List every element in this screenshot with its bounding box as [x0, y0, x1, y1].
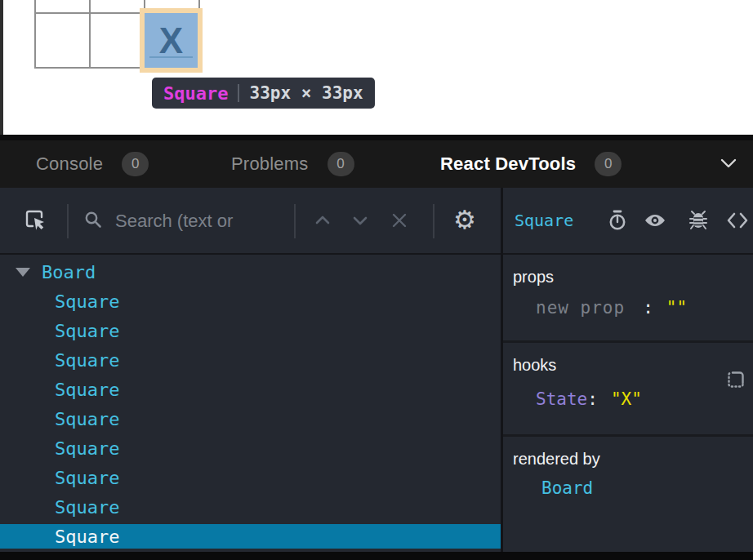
board-cell[interactable]: [91, 0, 145, 14]
chevron-down-icon[interactable]: [350, 211, 370, 230]
prop-row[interactable]: new prop : "": [536, 298, 753, 318]
parse-hook-names-icon[interactable]: [725, 369, 746, 390]
component-label: Board: [42, 262, 96, 282]
inspected-element-panel: props new prop : "" hooks State : "X": [503, 255, 753, 552]
section-title: hooks: [513, 356, 753, 375]
component-label: Square: [55, 497, 119, 518]
code-brackets-icon[interactable]: [725, 209, 748, 232]
inspected-component-name: Square: [515, 211, 573, 230]
hooks-section: hooks State : "X": [503, 356, 753, 437]
hook-row[interactable]: State : "X": [536, 389, 753, 409]
tree-row-square[interactable]: Square: [0, 436, 501, 460]
eye-icon[interactable]: [643, 209, 666, 232]
react-devtools-toolbar: ⚙ Square: [0, 188, 753, 255]
inspect-highlight-border: [149, 56, 193, 58]
inspect-highlight-padding: X: [140, 8, 203, 73]
tooltip-component-name: Square: [163, 83, 228, 104]
prop-key[interactable]: new prop: [536, 298, 625, 318]
gear-icon[interactable]: ⚙: [451, 201, 479, 238]
tab-label: Problems: [231, 153, 309, 175]
browser-page: X Square 33px × 33px: [0, 0, 753, 135]
tree-row-square-selected[interactable]: Square: [0, 524, 501, 549]
section-title: rendered by: [513, 450, 753, 469]
tab-label: Console: [36, 153, 103, 175]
hook-colon: :: [587, 389, 598, 409]
tree-row-square[interactable]: Square: [0, 318, 501, 343]
component-label: Square: [55, 380, 119, 400]
tree-row-board[interactable]: Board: [0, 260, 501, 284]
chevron-down-icon[interactable]: [720, 157, 737, 171]
component-tree: Board Square Square Square Square Square…: [0, 255, 501, 552]
tree-row-square[interactable]: Square: [0, 348, 501, 372]
tab-badge: 0: [595, 152, 622, 176]
toolbar-divider: [433, 204, 434, 238]
chevron-up-icon[interactable]: [313, 211, 332, 230]
window-edge: [0, 0, 3, 135]
tree-row-square[interactable]: Square: [0, 377, 501, 402]
props-section: props new prop : "": [503, 268, 753, 343]
tab-badge: 0: [122, 152, 149, 176]
window-bottom-edge: [0, 552, 753, 560]
expander-triangle-icon[interactable]: [16, 268, 30, 277]
tree-row-square[interactable]: Square: [0, 289, 501, 313]
inspect-element-icon[interactable]: [22, 207, 48, 233]
tab-react-devtools[interactable]: React DevTools 0: [440, 140, 622, 188]
tab-console[interactable]: Console 0: [36, 140, 149, 188]
hook-value[interactable]: "X": [611, 389, 642, 409]
toolbar-divider: [67, 204, 69, 238]
prop-colon: :: [643, 298, 653, 318]
square-cell-value: X: [159, 23, 183, 59]
component-label: Square: [55, 291, 119, 312]
search-icon: [82, 209, 104, 230]
component-label: Square: [55, 438, 119, 459]
bug-icon[interactable]: [687, 209, 710, 232]
devtools-tabbar: Console 0 Problems 0 React DevTools 0: [0, 140, 753, 188]
component-label: Square: [55, 321, 119, 341]
tooltip-dimensions: 33px × 33px: [249, 83, 363, 103]
tab-badge: 0: [327, 152, 354, 176]
search-input[interactable]: [115, 204, 288, 238]
rendered-by-section: rendered by Board: [503, 450, 753, 529]
component-label: Square: [55, 350, 119, 371]
inspect-highlight-content[interactable]: X: [145, 13, 198, 68]
owner-link[interactable]: Board: [541, 478, 753, 498]
board-cell[interactable]: [36, 14, 91, 69]
clear-search-icon[interactable]: [390, 211, 409, 230]
board-cell[interactable]: [36, 0, 91, 14]
tree-row-square[interactable]: Square: [0, 407, 501, 431]
tree-row-square[interactable]: Square: [0, 495, 501, 519]
toolbar-divider: [294, 204, 296, 238]
component-label: Square: [55, 409, 119, 429]
element-size-tooltip: Square 33px × 33px: [152, 78, 375, 109]
stopwatch-icon[interactable]: [606, 209, 629, 232]
tooltip-divider: [238, 84, 239, 102]
devtools-top-border: [0, 135, 753, 140]
tree-row-square[interactable]: Square: [0, 465, 501, 490]
component-label: Square: [55, 527, 119, 547]
section-title: props: [513, 268, 753, 287]
tab-problems[interactable]: Problems 0: [231, 140, 354, 188]
component-label: Square: [55, 468, 119, 488]
hook-name: State: [536, 389, 587, 409]
devtools-window: X Square 33px × 33px Console 0 Problems …: [0, 0, 753, 560]
tab-label: React DevTools: [440, 153, 576, 175]
prop-value[interactable]: "": [666, 298, 687, 318]
board-cell[interactable]: [91, 14, 145, 69]
